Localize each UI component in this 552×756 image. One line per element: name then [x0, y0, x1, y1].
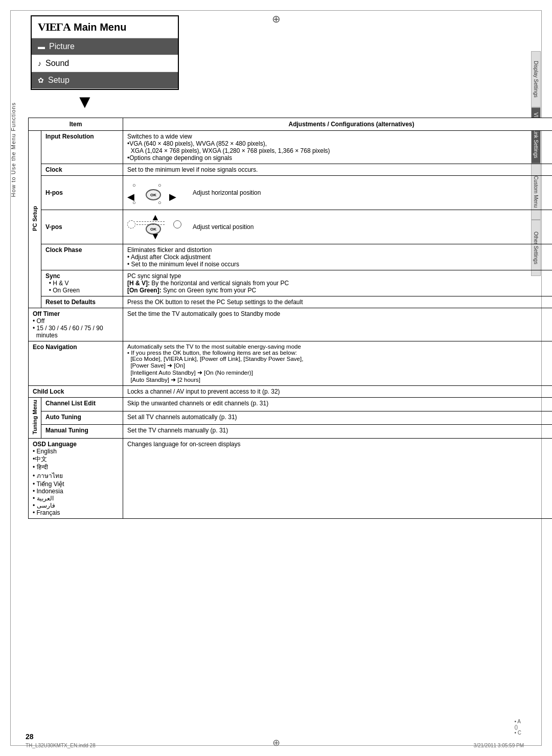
- item-reset: Reset to Defaults: [41, 296, 123, 308]
- table-header-item: Item: [29, 118, 123, 131]
- footer-left: TH_L32U30KMTX_EN.indd 28: [26, 743, 96, 748]
- menu-title: VIEΓA Main Menu: [32, 16, 178, 38]
- desc-vpos: ▲ OK ▼ Adjust vertical position: [123, 210, 553, 244]
- item-hpos: H-pos: [41, 176, 123, 210]
- viera-logo: VIEΓA: [38, 20, 71, 34]
- item-sync: Sync • H & V • On Green: [41, 270, 123, 296]
- item-vpos: V-pos: [41, 210, 123, 244]
- page-number: 28: [26, 732, 34, 741]
- item-auto-tuning: Auto Tuning: [41, 411, 123, 425]
- table-row: Sync • H & V • On Green PC sync signal t…: [29, 270, 553, 296]
- item-child-lock: Child Lock: [29, 386, 123, 398]
- item-channel-list-edit: Channel List Edit: [41, 398, 123, 411]
- desc-child-lock: Locks a channel / AV input to prevent ac…: [123, 386, 553, 398]
- main-menu-box: VIEΓA Main Menu ▬ Picture ♪ Sound ✿ Setu…: [31, 15, 179, 90]
- menu-item-sound[interactable]: ♪ Sound: [32, 55, 178, 72]
- setup-table: Item Adjustments / Configurations (alter…: [28, 118, 552, 519]
- right-tab-display[interactable]: Display Settings: [531, 51, 541, 107]
- item-input-resolution: Input Resolution: [41, 131, 123, 164]
- desc-sync: PC sync signal type [H & V]: By the hori…: [123, 270, 553, 296]
- footer-right: 3/21/2011 3:05:59 PM: [474, 743, 524, 748]
- table-header-adj: Adjustments / Configurations (alternativ…: [123, 118, 553, 131]
- bullet: •: [127, 140, 129, 147]
- desc-osd-language: Changes language for on-screen displays: [123, 438, 553, 518]
- tuning-menu-label: Tuning Menu: [32, 400, 38, 434]
- desc-reset: Press the OK button to reset the PC Setu…: [123, 296, 553, 308]
- desc-manual-tuning: Set the TV channels manually (p. 31): [123, 425, 553, 439]
- desc-off-timer: Set the time the TV automatically goes t…: [123, 308, 553, 341]
- menu-item-picture-label: Picture: [49, 42, 75, 51]
- table-row: Child Lock Locks a channel / AV input to…: [29, 386, 553, 398]
- bullet: •: [127, 154, 129, 162]
- menu-item-picture[interactable]: ▬ Picture: [32, 38, 178, 55]
- table-row: Reset to Defaults Press the OK button to…: [29, 296, 553, 308]
- left-vertical-label: How to Use the Menu Functions: [10, 102, 16, 197]
- menu-item-setup-label: Setup: [48, 76, 70, 85]
- table-row: V-pos ▲ OK ▼ Adjust vertical position: [29, 210, 553, 244]
- table-row: H-pos ○ ○ ◀ OK ▶ ○ ○ Adjust horizontal p…: [29, 176, 553, 210]
- desc-clock-phase: Eliminates flicker and distortion • Adju…: [123, 244, 553, 270]
- bottom-note: • A()• C: [514, 719, 521, 736]
- menu-item-sound-label: Sound: [45, 59, 69, 68]
- pc-setup-label: PC Setup: [32, 206, 38, 231]
- table-row: Clock Set to the minimum level if noise …: [29, 164, 553, 176]
- arrow-down: ▼: [76, 91, 94, 112]
- desc-eco-navigation: Automatically sets the TV to the most su…: [123, 341, 553, 386]
- menu-item-setup[interactable]: ✿ Setup: [32, 72, 178, 89]
- desc-input-resolution: Switches to a wide view •VGA (640 × 480 …: [123, 131, 553, 164]
- menu-title-text: Main Menu: [74, 21, 126, 33]
- item-eco-navigation: Eco Navigation: [29, 341, 123, 386]
- table-row: Eco Navigation Automatically sets the TV…: [29, 341, 553, 386]
- item-clock-phase: Clock Phase: [41, 244, 123, 270]
- desc-clock: Set to the minimum level if noise signal…: [123, 164, 553, 176]
- item-manual-tuning: Manual Tuning: [41, 425, 123, 439]
- item-clock: Clock: [41, 164, 123, 176]
- footer-crosshair: ⊕: [272, 737, 280, 748]
- sound-icon: ♪: [38, 59, 41, 67]
- setup-icon: ✿: [38, 76, 44, 84]
- table-row: PC Setup Input Resolution Switches to a …: [29, 131, 553, 164]
- desc-channel-list-edit: Skip the unwanted channels or edit chann…: [123, 398, 553, 411]
- item-osd-language: OSD Language • English •中文 • हिन्दी • ภา…: [29, 438, 123, 518]
- item-off-timer: Off Timer • Off • 15 / 30 / 45 / 60 / 75…: [29, 308, 123, 341]
- table-row: Tuning Menu Channel List Edit Skip the u…: [29, 398, 553, 411]
- table-row: OSD Language • English •中文 • हिन्दी • ภา…: [29, 438, 553, 518]
- hpos-desc-text: Adjust horizontal position: [193, 189, 261, 196]
- vpos-desc-text: Adjust vertical position: [193, 223, 254, 231]
- table-row: Manual Tuning Set the TV channels manual…: [29, 425, 553, 439]
- table-row: Off Timer • Off • 15 / 30 / 45 / 60 / 75…: [29, 308, 553, 341]
- desc-hpos: ○ ○ ◀ OK ▶ ○ ○ Adjust horizontal positio…: [123, 176, 553, 210]
- table-row: Auto Tuning Set all TV channels automati…: [29, 411, 553, 425]
- crosshair-top: ⊕: [272, 13, 281, 25]
- picture-icon: ▬: [38, 42, 45, 51]
- table-row: Clock Phase Eliminates flicker and disto…: [29, 244, 553, 270]
- desc-auto-tuning: Set all TV channels automatically (p. 31…: [123, 411, 553, 425]
